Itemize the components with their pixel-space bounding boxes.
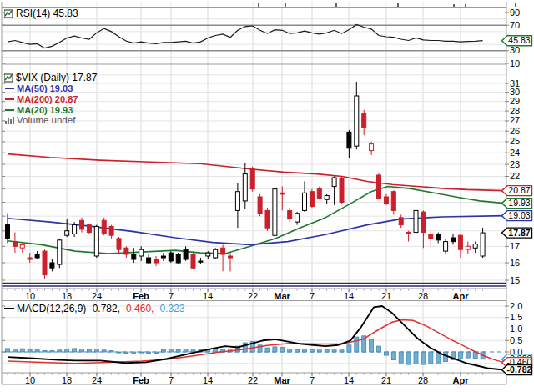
svg-text:26: 26	[510, 126, 520, 136]
candle	[414, 210, 418, 232]
price-value-box: 19.93	[502, 198, 532, 209]
svg-text:45.83: 45.83	[508, 35, 530, 45]
cropped-title-remnant	[465, 4, 466, 7]
macd-panel	[2, 306, 506, 370]
volume-legend: Volume undef	[5, 115, 75, 125]
candle	[117, 239, 121, 249]
candle	[221, 248, 225, 254]
macd-histogram-bar	[169, 349, 173, 352]
candle	[399, 218, 403, 225]
macd-histogram-bar	[73, 349, 77, 352]
candle	[73, 225, 77, 234]
macd-histogram-bar	[6, 349, 10, 352]
macd-histogram-bar	[273, 347, 277, 352]
candle	[325, 196, 329, 200]
candle	[384, 197, 388, 204]
cropped-title-remnant	[258, 3, 259, 7]
svg-text:28: 28	[510, 106, 520, 116]
macd-histogram-bar	[288, 349, 292, 352]
ma200-legend-label: MA(200) 20.87	[17, 94, 78, 104]
macd-histogram-bar	[347, 345, 351, 352]
price-value-box: 20.87	[502, 185, 532, 196]
macd-legend-signal: -0.460,	[123, 303, 154, 314]
candle	[258, 197, 262, 214]
macd-histogram-bar	[265, 348, 270, 352]
macd-histogram-bar	[87, 349, 91, 352]
candle	[451, 238, 456, 242]
candle	[317, 189, 321, 199]
macd-histogram-bar	[414, 352, 418, 364]
macd-histogram-bar	[58, 350, 62, 352]
macd-histogram-bar	[80, 349, 84, 352]
macd-histogram-bar	[429, 352, 433, 364]
macd-histogram-bar	[303, 349, 307, 352]
cropped-title-remnant	[335, 3, 337, 7]
volume-legend-label: Volume undef	[17, 115, 75, 125]
macd-histogram-bar	[295, 349, 300, 352]
ma200-line	[8, 154, 504, 191]
candle	[295, 214, 300, 222]
candle	[340, 179, 344, 203]
rsi-legend-label: RSI(14) 45.83	[16, 8, 78, 19]
svg-text:Mar: Mar	[274, 291, 290, 301]
svg-text:1.0: 1.0	[510, 324, 522, 334]
candle	[391, 192, 395, 211]
price-value-box: 19.03	[502, 210, 532, 221]
svg-text:19.93: 19.93	[508, 198, 530, 208]
candle	[87, 225, 91, 233]
candle	[102, 220, 106, 234]
candle	[132, 254, 136, 259]
ma200-legend: MA(200) 20.87	[5, 94, 78, 104]
svg-text:14: 14	[203, 291, 213, 301]
candle	[273, 189, 277, 236]
rsi-legend: RSI(14) 45.83	[4, 8, 78, 19]
macd-legend: MACD(12,26,9) -0.782, -0.460, -0.323	[4, 303, 184, 314]
macd-histogram-bar	[13, 349, 17, 352]
svg-text:30: 30	[510, 45, 520, 55]
svg-text:16: 16	[510, 258, 520, 268]
svg-text:-0.782: -0.782	[507, 364, 532, 374]
candle	[161, 256, 165, 258]
price-value-box: 17.87	[502, 228, 532, 239]
macd-histogram-bar	[384, 352, 388, 355]
macd-histogram-bar	[109, 351, 113, 352]
candle	[466, 246, 470, 249]
candle	[28, 258, 32, 259]
symbol-legend: $VIX (Daily) 17.87	[4, 72, 97, 83]
svg-text:18: 18	[62, 375, 72, 385]
candle	[94, 226, 98, 256]
svg-text:14: 14	[344, 375, 354, 385]
svg-text:10: 10	[510, 58, 520, 68]
svg-text:10: 10	[25, 291, 35, 301]
cropped-title-remnant	[453, 4, 455, 7]
candle	[436, 234, 441, 240]
macd-histogram-bar	[406, 352, 411, 364]
macd-histogram-bar	[161, 349, 165, 352]
candle	[265, 210, 270, 228]
candle	[243, 174, 247, 201]
candle	[176, 254, 180, 263]
candle	[458, 235, 462, 249]
macd-histogram-bar	[184, 349, 188, 352]
macd-histogram-bar	[332, 349, 336, 352]
chart-logo-icon	[4, 9, 13, 18]
macd-histogram-bar	[124, 352, 128, 354]
candle	[154, 259, 159, 263]
candle	[250, 169, 254, 189]
macd-histogram-bar	[94, 349, 98, 352]
macd-histogram-bar	[370, 339, 374, 352]
ma20-legend-label: MA(20) 19.93	[17, 105, 73, 115]
candle	[310, 192, 314, 207]
candle	[481, 233, 485, 256]
svg-text:17: 17	[510, 241, 520, 251]
candle	[214, 249, 218, 258]
candle	[332, 178, 336, 187]
macd-histogram-bar	[154, 352, 159, 354]
macd-histogram-bar	[35, 349, 39, 352]
cropped-title-remnant	[397, 3, 399, 7]
svg-text:22: 22	[510, 171, 520, 181]
svg-text:14: 14	[203, 375, 213, 385]
svg-text:70: 70	[510, 20, 520, 30]
macd-value-box: -0.782	[502, 364, 532, 375]
svg-text:25: 25	[510, 136, 520, 146]
